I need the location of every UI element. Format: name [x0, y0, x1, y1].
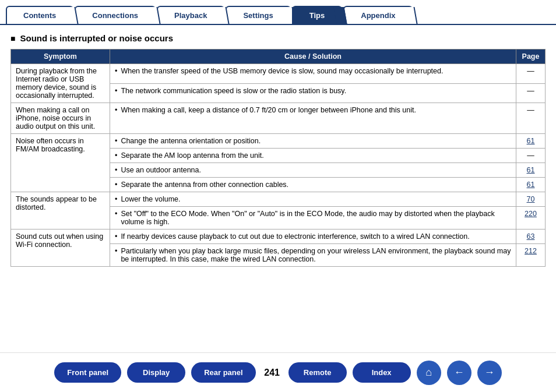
page-cell: 61: [516, 178, 546, 192]
table-row: The sounds appear to be distorted. •Lowe…: [11, 192, 546, 207]
home-button[interactable]: ⌂: [417, 361, 441, 385]
cause-cell: •Particularly when you play back large m…: [110, 244, 516, 267]
tab-settings[interactable]: Settings: [226, 6, 290, 24]
front-panel-button[interactable]: Front panel: [54, 362, 121, 383]
rear-panel-button[interactable]: Rear panel: [191, 362, 255, 383]
table-row: When making a call on iPhone, noise occu…: [11, 103, 546, 134]
page-cell: —: [516, 64, 546, 84]
main-table: Symptom Cause / Solution Page During pla…: [10, 49, 546, 267]
header-symptom: Symptom: [11, 50, 110, 64]
page-cell: 63: [516, 229, 546, 244]
header-page: Page: [516, 50, 546, 64]
cause-cell: •Change the antenna orientation or posit…: [110, 134, 516, 149]
cause-cell: •Separate the antenna from other connect…: [110, 178, 516, 192]
table-row: Sound cuts out when using Wi-Fi connecti…: [11, 229, 546, 244]
page-cell: 70: [516, 192, 546, 207]
cause-cell: •Separate the AM loop antenna from the u…: [110, 149, 516, 163]
tab-appendix[interactable]: Appendix: [343, 6, 413, 24]
cause-cell: •Lower the volume.: [110, 192, 516, 207]
tab-tips[interactable]: Tips: [292, 6, 343, 24]
section-title: Sound is interrupted or noise occurs: [10, 33, 546, 43]
page-number: 241: [262, 368, 283, 378]
cause-cell: •When the transfer speed of the USB memo…: [110, 64, 516, 84]
page-cell: 220: [516, 207, 546, 229]
page-cell: 212: [516, 244, 546, 267]
tab-connections[interactable]: Connections: [75, 6, 156, 24]
page-cell: —: [516, 149, 546, 163]
cause-cell: •When making a call, keep a distance of …: [110, 103, 516, 134]
tab-playback[interactable]: Playback: [157, 6, 224, 24]
symptom-cell: During playback from the Internet radio …: [11, 64, 110, 103]
forward-button[interactable]: →: [477, 361, 502, 385]
symptom-cell: Sound cuts out when using Wi-Fi connecti…: [11, 229, 110, 267]
page-cell: 61: [516, 134, 546, 149]
remote-button[interactable]: Remote: [288, 362, 347, 383]
display-button[interactable]: Display: [127, 362, 185, 383]
tab-contents[interactable]: Contents: [6, 6, 73, 24]
back-button[interactable]: ←: [447, 361, 471, 385]
page-cell: —: [516, 103, 546, 134]
cause-cell: •If nearby devices cause playback to cut…: [110, 229, 516, 244]
symptom-cell: Noise often occurs in FM/AM broadcasting…: [11, 134, 110, 192]
page-cell: —: [516, 83, 546, 103]
main-content: Sound is interrupted or noise occurs Sym…: [0, 25, 556, 273]
table-row: During playback from the Internet radio …: [11, 64, 546, 84]
cause-cell: •The network communication speed is slow…: [110, 83, 516, 103]
index-button[interactable]: Index: [353, 362, 411, 383]
cause-cell: •Set "Off" to the ECO Mode. When "On" or…: [110, 207, 516, 229]
symptom-cell: When making a call on iPhone, noise occu…: [11, 103, 110, 134]
page-cell: 61: [516, 163, 546, 178]
header-cause: Cause / Solution: [110, 50, 516, 64]
table-row: Noise often occurs in FM/AM broadcasting…: [11, 134, 546, 149]
nav-tabs: Contents Connections Playback Settings T…: [0, 0, 556, 25]
bottom-nav: Front panel Display Rear panel 241 Remot…: [0, 352, 556, 392]
symptom-cell: The sounds appear to be distorted.: [11, 192, 110, 229]
cause-cell: •Use an outdoor antenna.: [110, 163, 516, 178]
